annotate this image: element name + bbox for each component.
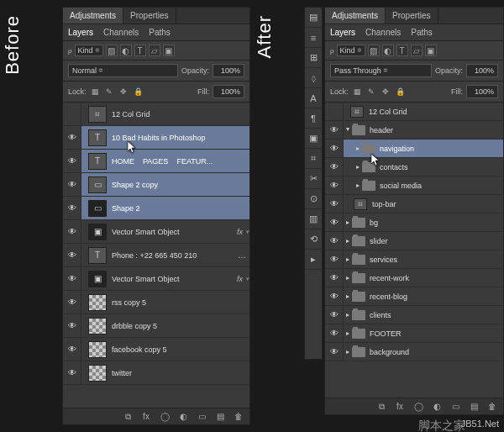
layer-row[interactable]: ⌗ 12 Col Grid xyxy=(325,103,503,121)
visibility-icon[interactable] xyxy=(63,103,81,125)
layer-row[interactable]: 👁 ▭ Shape 2 copy xyxy=(63,173,249,197)
fx-icon[interactable]: fx xyxy=(234,228,246,236)
layer-group-row[interactable]: 👁 ▸ navigation xyxy=(325,140,503,158)
tab-channels[interactable]: Channels xyxy=(360,24,406,40)
layer-group-row[interactable]: 👁 ▸ clients xyxy=(325,306,503,324)
tool-icon[interactable]: ⟲ xyxy=(305,229,322,250)
filter-smart-icon[interactable]: ▣ xyxy=(163,45,175,56)
mask-icon[interactable]: ◯ xyxy=(412,401,424,413)
layer-group-row[interactable]: 👁 ▸ bg xyxy=(325,213,503,232)
tab-properties[interactable]: Properties xyxy=(123,8,176,24)
visibility-icon[interactable]: 👁 xyxy=(325,343,344,361)
layer-group-row[interactable]: 👁 ▸ recent-blog xyxy=(325,287,503,306)
fx-menu-icon[interactable]: fx xyxy=(394,401,406,413)
layer-row[interactable]: 👁 ▣ Vector Smart Object fx▾ xyxy=(63,220,249,244)
visibility-icon[interactable]: 👁 xyxy=(63,220,81,243)
visibility-icon[interactable]: 👁 xyxy=(325,176,344,194)
tool-icon[interactable]: ▥ xyxy=(305,209,322,229)
filter-adjust-icon[interactable]: ◐ xyxy=(120,45,132,56)
visibility-icon[interactable]: 👁 xyxy=(325,306,344,324)
tab-paths[interactable]: Paths xyxy=(144,24,176,40)
tab-layers[interactable]: Layers xyxy=(63,24,98,40)
trash-icon[interactable]: 🗑 xyxy=(486,401,498,413)
group-icon[interactable]: ▭ xyxy=(449,401,461,413)
fx-icon[interactable]: fx xyxy=(234,275,246,283)
visibility-icon[interactable]: 👁 xyxy=(63,291,81,313)
filter-shape-icon[interactable]: ▱ xyxy=(149,45,160,56)
visibility-icon[interactable]: 👁 xyxy=(63,314,81,337)
tab-adjustments[interactable]: Adjustments xyxy=(325,8,386,24)
disclosure-closed-icon[interactable]: ▸ xyxy=(344,329,352,337)
disclosure-closed-icon[interactable]: ▸ xyxy=(344,256,352,263)
layer-group-row[interactable]: 👁 ▸ recent-work xyxy=(325,269,503,287)
trash-icon[interactable]: 🗑 xyxy=(233,411,244,423)
disclosure-closed-icon[interactable]: ▸ xyxy=(354,163,362,171)
disclosure-closed-icon[interactable]: ▸ xyxy=(344,219,352,226)
visibility-icon[interactable]: 👁 xyxy=(325,158,344,176)
kind-select[interactable]: Kind≑ xyxy=(75,45,103,56)
filter-pixel-icon[interactable]: ▧ xyxy=(106,45,118,56)
tab-layers[interactable]: Layers xyxy=(325,24,360,40)
disclosure-open-icon[interactable]: ▾ xyxy=(344,125,352,133)
tool-icon[interactable]: ⎀ xyxy=(305,68,322,88)
tab-properties[interactable]: Properties xyxy=(386,8,438,24)
layer-row[interactable]: 👁 drbble copy 5 xyxy=(63,314,249,338)
visibility-icon[interactable]: 👁 xyxy=(63,338,81,361)
visibility-icon[interactable]: 👁 xyxy=(63,267,81,290)
layer-group-row[interactable]: 👁 ▸ social media xyxy=(325,176,503,195)
chevron-right-icon[interactable]: ▸ xyxy=(305,250,322,270)
fx-menu-icon[interactable]: fx xyxy=(140,411,152,423)
scissors-icon[interactable]: ✂ xyxy=(305,169,322,189)
layer-row[interactable]: 👁 rss copy 5 xyxy=(63,291,249,314)
blend-mode-select[interactable]: Normal≑ xyxy=(68,64,178,77)
filter-type-icon[interactable]: T xyxy=(396,45,408,56)
disclosure-closed-icon[interactable]: ▸ xyxy=(344,311,352,319)
layer-row[interactable]: 👁 ▣ Vector Smart Object fx▾ xyxy=(63,267,249,291)
lock-move-icon[interactable]: ✥ xyxy=(118,87,129,97)
adjustment-icon[interactable]: ◐ xyxy=(431,401,443,413)
link-layers-icon[interactable]: ⧉ xyxy=(375,401,387,413)
layer-group-row[interactable]: 👁 ▸ slider xyxy=(325,232,503,250)
lock-brush-icon[interactable]: ✎ xyxy=(366,87,377,97)
layer-group-row[interactable]: 👁 ▸ background xyxy=(325,343,503,361)
layer-group-row[interactable]: 👁 ▸ services xyxy=(325,250,503,269)
visibility-icon[interactable]: 👁 xyxy=(325,232,344,250)
disclosure-closed-icon[interactable]: ▸ xyxy=(354,182,362,189)
filter-smart-icon[interactable]: ▣ xyxy=(425,45,437,56)
layer-row[interactable]: 👁 ⌗ top-bar xyxy=(325,195,503,213)
visibility-icon[interactable]: 👁 xyxy=(325,324,344,342)
visibility-icon[interactable]: 👁 xyxy=(325,269,344,287)
layer-row[interactable]: 👁 T HOME PAGES FEATUR... xyxy=(63,150,249,173)
visibility-icon[interactable]: 👁 xyxy=(63,173,81,196)
layer-group-row[interactable]: 👁 ▸ FOOTER xyxy=(325,324,503,343)
tool-icon[interactable]: ▣ xyxy=(305,129,322,149)
tab-channels[interactable]: Channels xyxy=(98,24,144,40)
lock-all-icon[interactable]: 🔒 xyxy=(395,87,406,97)
lock-brush-icon[interactable]: ✎ xyxy=(104,87,115,97)
type-tool-icon[interactable]: A xyxy=(305,88,322,108)
fill-input[interactable]: 100% xyxy=(213,85,244,98)
new-layer-icon[interactable]: ▤ xyxy=(468,401,480,413)
visibility-icon[interactable]: 👁 xyxy=(325,140,344,157)
visibility-icon[interactable]: 👁 xyxy=(325,195,344,213)
tool-icon[interactable]: ¶ xyxy=(305,108,322,129)
visibility-icon[interactable]: 👁 xyxy=(325,121,344,139)
tool-icon[interactable]: ⊞ xyxy=(305,48,322,68)
lock-transparency-icon[interactable]: ▦ xyxy=(352,87,363,97)
visibility-icon[interactable]: 👁 xyxy=(63,150,81,172)
group-icon[interactable]: ▭ xyxy=(196,411,207,423)
disclosure-closed-icon[interactable]: ▸ xyxy=(354,145,362,152)
layer-row[interactable]: 👁 T Phone : +22 665 450 210 … xyxy=(63,244,249,267)
visibility-icon[interactable]: 👁 xyxy=(63,126,81,149)
visibility-icon[interactable] xyxy=(325,103,344,120)
tool-icon[interactable]: ⌗ xyxy=(305,149,322,169)
kind-select[interactable]: Kind≑ xyxy=(337,45,365,56)
opacity-input[interactable]: 100% xyxy=(213,64,244,77)
lock-transparency-icon[interactable]: ▦ xyxy=(90,87,101,97)
visibility-icon[interactable]: 👁 xyxy=(325,250,344,268)
visibility-icon[interactable]: 👁 xyxy=(325,287,344,305)
tab-adjustments[interactable]: Adjustments xyxy=(63,8,123,24)
filter-pixel-icon[interactable]: ▧ xyxy=(368,45,380,56)
filter-adjust-icon[interactable]: ◐ xyxy=(382,45,394,56)
link-layers-icon[interactable]: ⧉ xyxy=(122,411,134,423)
